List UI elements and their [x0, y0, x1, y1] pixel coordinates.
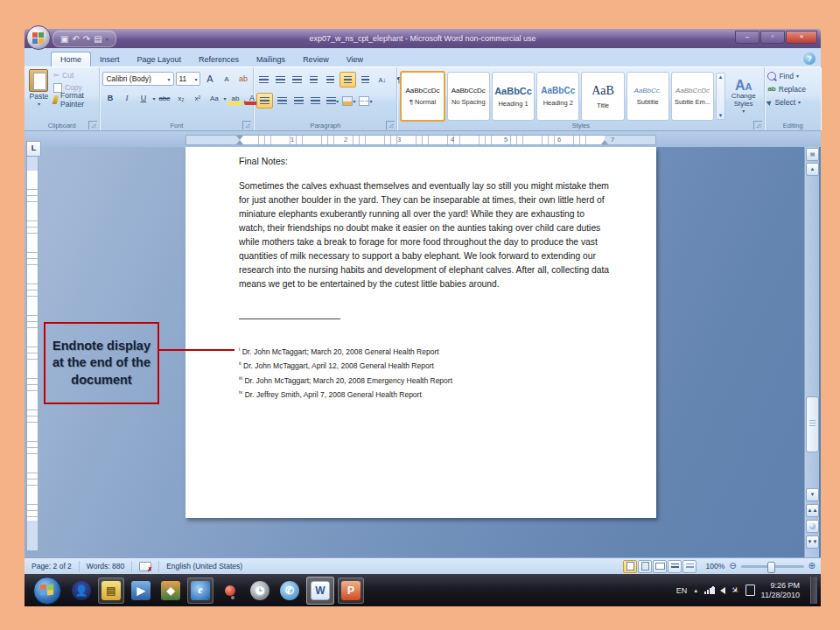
redo-icon[interactable]: ↷	[83, 35, 90, 44]
scrollbar-thumb[interactable]	[806, 396, 819, 452]
web-layout-view-button[interactable]	[653, 560, 667, 573]
next-page-button[interactable]: ▼▼	[806, 536, 819, 549]
taskbar-powerpoint-icon[interactable]: P	[338, 578, 364, 604]
select-button[interactable]: Select▾	[767, 95, 818, 108]
font-size-combobox[interactable]: 11▾	[176, 72, 201, 86]
right-to-left-button[interactable]	[358, 73, 373, 87]
help-icon[interactable]: ?	[803, 52, 816, 65]
clipboard-dialog-launcher[interactable]: ◿	[88, 121, 97, 130]
zoom-in-icon[interactable]: ⊕	[808, 562, 816, 570]
taskbar-internet-explorer-icon[interactable]: e	[187, 578, 214, 604]
numbering-button[interactable]	[273, 73, 288, 87]
language-bar[interactable]: EN	[676, 586, 688, 595]
proofing-status[interactable]	[132, 561, 159, 572]
taskbar-explorer-icon[interactable]: ▤	[98, 578, 124, 604]
grow-font-button[interactable]: A	[202, 72, 217, 86]
full-screen-view-button[interactable]	[638, 560, 652, 573]
tab-review[interactable]: Review	[294, 52, 338, 66]
gallery-down-icon[interactable]: ▼	[718, 113, 724, 118]
hanging-indent-marker[interactable]	[236, 140, 243, 144]
zoom-slider-thumb[interactable]	[767, 562, 775, 573]
print-layout-view-button[interactable]	[623, 560, 637, 573]
align-left-button[interactable]	[256, 93, 273, 108]
scroll-up-icon[interactable]: ▲	[806, 163, 819, 176]
styles-dialog-launcher[interactable]: ◿	[753, 121, 762, 130]
style-subtitle[interactable]: AaBbCc.Subtitle	[626, 72, 669, 121]
increase-indent-button[interactable]	[323, 73, 338, 87]
left-to-right-button[interactable]	[340, 72, 356, 88]
scroll-down-icon[interactable]: ▼	[806, 488, 819, 501]
shading-button[interactable]: ▾	[341, 94, 356, 108]
maximize-button[interactable]: ▫	[760, 31, 785, 44]
start-button[interactable]	[33, 577, 61, 605]
tab-mailings[interactable]: Mailings	[248, 52, 294, 66]
format-painter-button[interactable]: Format Painter	[53, 94, 97, 106]
page-indicator[interactable]: Page: 2 of 2	[24, 561, 80, 572]
outline-view-button[interactable]	[668, 560, 682, 573]
save-icon[interactable]: ▣	[60, 35, 68, 44]
tray-pin-icon[interactable]: ✈	[730, 584, 741, 597]
action-center-icon[interactable]	[746, 584, 755, 596]
paste-dropdown-icon[interactable]: ▾	[38, 101, 40, 107]
justify-button[interactable]	[308, 94, 323, 108]
strikethrough-button[interactable]: abc	[157, 91, 172, 105]
draft-view-button[interactable]	[682, 560, 696, 573]
sort-button[interactable]: A↓	[374, 73, 389, 87]
ruler-toggle-button[interactable]: ▤	[806, 148, 819, 161]
replace-button[interactable]: abReplace	[767, 82, 818, 95]
find-button[interactable]: Find▾	[767, 69, 818, 82]
clear-formatting-button[interactable]: ab	[235, 72, 250, 86]
style-title[interactable]: AaBTitle	[581, 72, 624, 121]
paste-button[interactable]: Paste ▾	[27, 69, 51, 118]
font-name-combobox[interactable]: Calibri (Body)▾	[102, 72, 173, 86]
shrink-font-button[interactable]: A	[219, 72, 234, 86]
close-button[interactable]: ×	[786, 31, 817, 44]
tab-insert[interactable]: Insert	[91, 52, 129, 66]
align-right-button[interactable]	[291, 94, 306, 108]
minimize-button[interactable]: –	[735, 31, 760, 44]
change-case-dropdown-icon[interactable]: ▾	[223, 95, 226, 102]
taskbar-pushpin-icon[interactable]	[217, 578, 243, 604]
undo-icon[interactable]: ↶	[72, 35, 79, 44]
taskbar-word-icon[interactable]: W	[306, 577, 334, 605]
taskbar-clock-icon[interactable]: 🕒	[247, 578, 273, 604]
tab-selector[interactable]: L	[26, 141, 41, 157]
tab-view[interactable]: View	[338, 52, 372, 66]
style-heading-1[interactable]: AaBbCcHeading 1	[492, 72, 535, 121]
multilevel-list-button[interactable]	[290, 73, 304, 87]
gallery-up-icon[interactable]: ▲	[718, 74, 724, 80]
select-browse-object-button[interactable]	[806, 520, 819, 533]
previous-page-button[interactable]: ▲▲	[806, 504, 819, 517]
quick-print-icon[interactable]: ▤	[94, 35, 102, 44]
italic-button[interactable]: I	[119, 91, 134, 105]
vertical-scrollbar[interactable]: ▤ ▲ ▼ ▲▲ ▼▼	[804, 147, 819, 557]
styles-gallery-scroll[interactable]: ▲ ▼	[716, 73, 725, 120]
taskbar-messenger-icon[interactable]: ✆	[276, 578, 303, 604]
subscript-button[interactable]: x₂	[173, 91, 188, 105]
underline-button[interactable]: U	[136, 91, 150, 105]
superscript-button[interactable]: x²	[190, 91, 205, 105]
show-desktop-button[interactable]	[810, 577, 817, 604]
zoom-out-icon[interactable]: ⊖	[729, 562, 736, 570]
zoom-level[interactable]: 100%	[705, 562, 724, 570]
bullets-button[interactable]	[256, 73, 271, 87]
vertical-ruler[interactable]	[26, 147, 38, 551]
borders-button[interactable]: ▾	[358, 94, 373, 108]
change-case-button[interactable]: Aa	[206, 91, 221, 105]
style-subtle-emphasis[interactable]: AaBbCcDcSubtle Em...	[671, 72, 714, 121]
zoom-slider[interactable]	[741, 565, 804, 568]
tab-page-layout[interactable]: Page Layout	[129, 52, 191, 66]
underline-dropdown-icon[interactable]: ▾	[152, 95, 155, 102]
office-button[interactable]	[26, 25, 51, 50]
qat-customize-dropdown-icon[interactable]: ▾	[106, 37, 108, 42]
style-no-spacing[interactable]: AaBbCcDcNo Spacing	[447, 72, 490, 121]
taskbar-user-tile-icon[interactable]: 👤	[68, 578, 94, 604]
style-normal[interactable]: AaBbCcDc¶ Normal	[400, 71, 444, 122]
tab-home[interactable]: Home	[51, 52, 91, 66]
horizontal-ruler[interactable]: 1 2 3 4 5 6 7	[186, 135, 656, 145]
font-dialog-launcher[interactable]: ◿	[242, 121, 251, 130]
cut-button[interactable]: ✂Cut	[53, 69, 97, 81]
style-heading-2[interactable]: AaBbCcHeading 2	[536, 72, 579, 121]
tab-references[interactable]: References	[190, 52, 248, 66]
right-indent-marker[interactable]	[601, 140, 608, 144]
